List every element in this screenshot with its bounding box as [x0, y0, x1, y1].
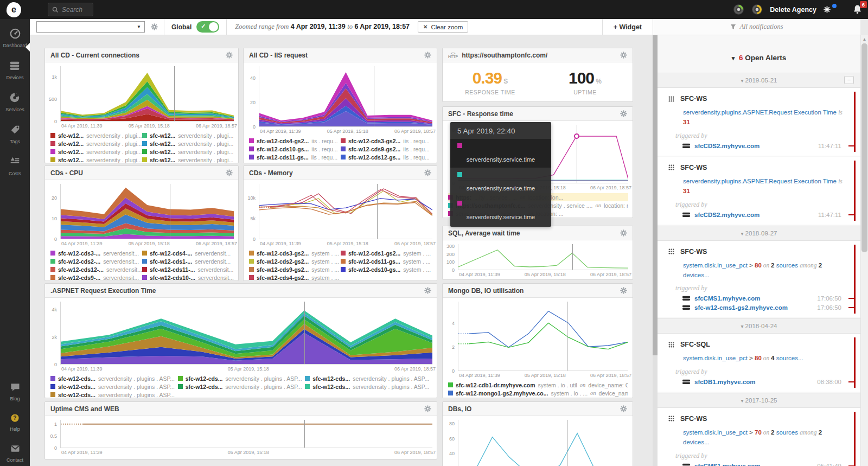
legend-item[interactable]: sfc-w12-cds...serverdensity . plugins . … [50, 374, 178, 382]
search-box[interactable] [48, 3, 93, 16]
main-scrollbar[interactable] [653, 35, 658, 466]
legend-item[interactable]: sfc-w12-cds10-...serverdensit... [142, 273, 234, 282]
legend-item[interactable]: sfc-w12...serverdensity . plugi... [142, 148, 234, 156]
gear-icon[interactable] [424, 169, 431, 176]
sidebar-item-contact[interactable]: Contact [7, 443, 23, 463]
chart-mongo-io[interactable]: 024 [443, 302, 628, 371]
legend-item[interactable]: sfc-w12-cds...serverdensity . plugins . … [50, 391, 178, 399]
gauge-green-icon[interactable] [733, 4, 744, 15]
legend-item[interactable]: sfc-w12-cds11-gs...iis . requ... [249, 153, 341, 161]
chart-cds-cpu[interactable]: 01020 [45, 184, 234, 239]
main-scrollbar-thumb[interactable] [653, 35, 658, 355]
alert-date-group[interactable]: ▾2018-04-24 [658, 318, 860, 334]
gear-icon[interactable] [226, 52, 233, 59]
legend-item[interactable]: sfc-w12-cds2-...serverdensit... [50, 257, 142, 265]
alert-card[interactable]: SFC-SQLsystem.disk.in_use_pct > 80 on 4 … [658, 334, 860, 391]
sidebar-item-blog[interactable]: Blog [10, 382, 21, 401]
legend-item[interactable]: sfc-w12-cds12-gs...iis . requ... [341, 153, 432, 161]
dashboard-select[interactable]: ▼ [36, 21, 145, 33]
gear-icon[interactable] [620, 110, 627, 117]
add-widget-button[interactable]: + Widget [602, 19, 653, 35]
legend-item[interactable]: sfc-w12-cdb1-dr.myhyve.com system . io .… [448, 381, 628, 389]
chart-dbs-io[interactable]: 020406080 [443, 420, 628, 466]
legend-item[interactable]: sfc-w12-cds...serverdensity . plugins . … [178, 382, 305, 391]
legend-item[interactable]: sfc-w12-cds12-...serverdensit... [50, 265, 142, 273]
legend-item[interactable]: sfc-w12...serverdensity . plugi... [50, 156, 142, 164]
legend-item[interactable]: sfc-w12-cds11-gs...system . ... [341, 257, 432, 265]
legend-item[interactable]: sfc-w12-cds...serverdensity . plugins . … [178, 374, 305, 382]
gear-icon[interactable] [226, 169, 233, 176]
global-toggle[interactable]: ✓ [196, 21, 219, 33]
legend-item[interactable]: sfc-w12...serverdensity . plugi... [142, 156, 234, 164]
legend-item[interactable]: sfc-w12-mongo1-gs2.myhyve.co... system .… [448, 389, 628, 397]
alert-card[interactable]: SFC-WSserverdensity.plugins.ASPNET.Reque… [658, 157, 860, 225]
legend-item[interactable]: sfc-w12-cds4-gs2...iis . requ... [249, 137, 341, 145]
legend-item[interactable]: sfc-w12-cds1-...serverdensit... [142, 257, 234, 265]
chart-sql-wait-time[interactable]: 0100200300 [443, 244, 628, 270]
sidebar-item-dashboard[interactable]: Dashboard [3, 28, 27, 48]
panel-scrollbar-thumb[interactable] [861, 43, 867, 252]
legend-item[interactable]: sfc-w12-cds3-...serverdensit... [50, 249, 142, 257]
alert-date-group[interactable]: ▾2017-10-25 [658, 393, 860, 408]
legend-item[interactable]: sfc-w12...serverdensity . plugi... [142, 131, 234, 139]
clear-zoom-button[interactable]: ✕ Clear zoom [418, 21, 468, 33]
legend-item[interactable]: sfc-w12-cds11-...serverdensit... [142, 265, 234, 273]
device-link[interactable]: sfcCMS1.myhyve.com [694, 295, 760, 302]
device-link[interactable]: sfc-w12-cms1-gs2.myhyve.com [694, 304, 788, 311]
sidebar-item-costs[interactable]: Costs [9, 156, 21, 176]
collapse-button[interactable]: − [844, 76, 854, 84]
sidebar-item-services[interactable]: Services [5, 92, 24, 112]
legend-item[interactable]: sfc-w12...serverdensity . plugi... [142, 139, 234, 148]
legend-item[interactable]: sfc-w12-cds9-...serverdensit... [50, 273, 142, 282]
gear-icon[interactable] [620, 287, 627, 294]
alert-date-group[interactable]: ▾2018-09-27 [658, 226, 860, 241]
legend-item[interactable]: sfc-w12...serverdensity . plugi... [50, 131, 142, 139]
gear-icon[interactable] [620, 229, 627, 237]
legend-item[interactable]: sfc-w12-cds3-gs2...iis . requ... [341, 137, 432, 145]
device-link[interactable]: sfcCDS2.myhyve.com [694, 212, 760, 218]
legend-item[interactable]: sfc-w12-cds3-gs2...system . ... [249, 249, 341, 257]
device-link[interactable]: sfcCMS1.myhyve.com [694, 463, 760, 466]
gear-icon[interactable] [424, 405, 431, 412]
legend-item[interactable]: sfc-w12...serverdensity . plugi... [50, 148, 142, 156]
sidebar-item-devices[interactable]: Devices [6, 60, 23, 80]
chart-cds-memory[interactable]: 05k10k [244, 184, 432, 239]
legend-item[interactable]: sfc-w12-cds4-...serverdensit... [142, 249, 234, 257]
chart-uptime[interactable]: 00.51 [45, 420, 432, 448]
search-input[interactable] [62, 6, 90, 14]
gear-icon[interactable] [424, 287, 431, 294]
legend-item[interactable]: sfc-w12-cds9-gs2...iis . requ... [341, 145, 432, 153]
legend-item[interactable]: sfc-w12-cds1-gs2...system . ... [341, 249, 432, 257]
legend-item[interactable]: sfc-w12-cds4-gs2...system . ... [249, 273, 341, 282]
device-link[interactable]: sfcDB1.myhyve.com [694, 379, 756, 385]
legend-item[interactable]: sfc-w12...serverdensity . plugi... [50, 139, 142, 148]
alert-card[interactable]: SFC-WSserverdensity.plugins.ASPNET.Reque… [658, 88, 860, 156]
notifications-filter[interactable]: All notifications [653, 19, 860, 35]
dashboard-settings-gear-icon[interactable] [151, 23, 158, 30]
alerts-bell-icon[interactable]: 6 [852, 4, 863, 15]
gauge-yellow-icon[interactable] [751, 4, 763, 15]
chart-aspnet[interactable]: 02k4k [45, 302, 432, 365]
legend-item[interactable]: sfc-w12-cds9-gs2...system . ... [249, 265, 341, 273]
legend-item[interactable]: sfc-w12-cds...serverdensity . plugins . … [50, 382, 178, 391]
alert-date-group[interactable]: ▾2019-05-21− [658, 73, 860, 88]
delete-agency-button[interactable]: Delete Agency [770, 6, 816, 14]
settings-gear-icon[interactable] [824, 6, 831, 13]
device-link[interactable]: sfcCDS2.myhyve.com [694, 143, 760, 149]
sidebar-item-tags[interactable]: Tags [9, 124, 21, 144]
legend-item[interactable]: sfc-w12-cds...serverdensity . plugins . … [305, 382, 432, 391]
sidebar-item-help[interactable]: ? Help [10, 413, 20, 432]
gear-icon[interactable] [620, 405, 627, 412]
legend-item[interactable]: sfc-w12-cds10-gs...iis . requ... [249, 145, 341, 153]
legend-item[interactable]: sfc-w12-cds2-gs2...system . ... [249, 257, 341, 265]
legend-item[interactable]: sfc-w12-cds...serverdensity . plugins . … [305, 374, 432, 382]
chart-all-cd-iis[interactable]: 02040 [244, 66, 432, 127]
alert-card[interactable]: SFC-WSsystem.disk.in_use_pct > 80 on 2 s… [658, 241, 860, 318]
gear-icon[interactable] [620, 52, 627, 59]
alert-card[interactable]: SFC-WSsystem.disk.in_use_pct > 70 on 2 s… [658, 408, 860, 466]
legend-item[interactable]: sfc-w12-cds10-gs...system . ... [341, 265, 432, 273]
panel-scrollbar[interactable]: ▲ [860, 35, 868, 466]
scroll-up-arrow[interactable]: ▲ [861, 35, 868, 42]
chart-all-cd-connections[interactable]: 05001k [45, 66, 234, 122]
open-alerts-header[interactable]: ▾ 6 Open Alerts [658, 54, 860, 62]
